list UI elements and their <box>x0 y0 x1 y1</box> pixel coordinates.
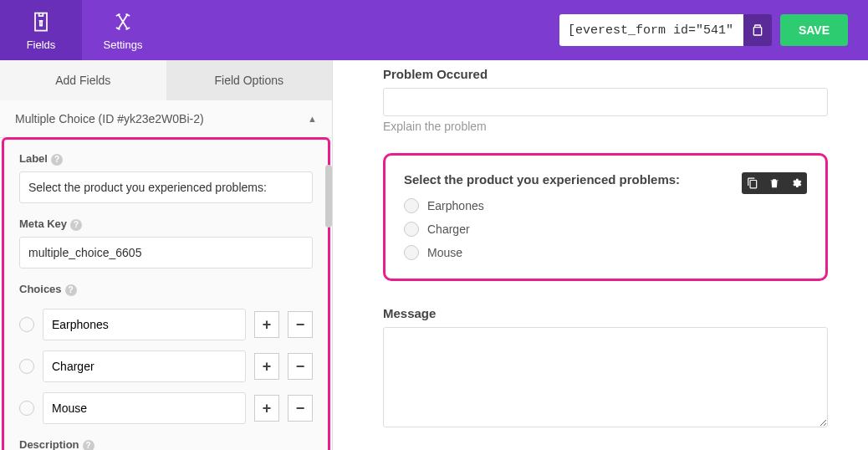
selected-field-block[interactable]: Select the product you experienced probl… <box>383 153 828 281</box>
choice-radio[interactable] <box>19 317 34 332</box>
choice-row: + − <box>19 392 313 424</box>
clipboard-icon <box>751 23 764 37</box>
remove-choice-button[interactable]: − <box>288 395 313 422</box>
problem-textarea <box>383 88 828 116</box>
label-label: Label <box>19 152 48 165</box>
selected-field-title: Select the product you experienced probl… <box>404 172 680 187</box>
add-choice-button[interactable]: + <box>254 311 279 338</box>
problem-field-block[interactable]: Problem Occured Explain the problem <box>383 67 828 133</box>
choice-radio[interactable] <box>19 401 34 416</box>
duplicate-icon <box>747 177 758 189</box>
duplicate-field-button[interactable] <box>742 172 763 194</box>
option-label: Mouse <box>427 246 462 259</box>
option-row: Charger <box>404 222 807 237</box>
choice-row: + − <box>19 309 313 340</box>
tab-field-options[interactable]: Field Options <box>166 60 333 100</box>
sidebar: Add Fields Field Options Multiple Choice… <box>0 60 333 450</box>
option-row: Earphones <box>404 198 807 213</box>
choice-input[interactable] <box>43 309 246 340</box>
label-input[interactable] <box>19 171 313 203</box>
shortcode-input[interactable] <box>559 14 743 46</box>
settings-nav-button[interactable]: Settings <box>82 0 164 60</box>
message-textarea <box>383 327 828 427</box>
help-icon[interactable]: ? <box>51 154 63 166</box>
metakey-label: Meta Key <box>19 217 67 230</box>
choice-input[interactable] <box>43 392 246 424</box>
option-radio[interactable] <box>404 222 419 237</box>
field-options-panel: Label? Meta Key? Choices? + − <box>2 137 330 450</box>
problem-title: Problem Occured <box>383 67 828 81</box>
remove-choice-button[interactable]: − <box>288 353 313 380</box>
add-choice-button[interactable]: + <box>254 395 279 422</box>
save-button[interactable]: SAVE <box>780 14 848 46</box>
remove-choice-button[interactable]: − <box>288 311 313 338</box>
description-label: Description <box>19 438 79 450</box>
help-icon[interactable]: ? <box>70 219 82 231</box>
trash-icon <box>768 177 780 189</box>
choices-label: Choices <box>19 283 62 295</box>
settings-field-button[interactable] <box>785 172 807 194</box>
message-field-block[interactable]: Message <box>383 306 828 430</box>
collapse-icon: ▲ <box>308 114 317 124</box>
option-label: Earphones <box>427 199 484 212</box>
help-icon[interactable]: ? <box>65 284 77 296</box>
fields-nav-label: Fields <box>27 38 56 51</box>
choice-input[interactable] <box>43 350 246 382</box>
settings-icon <box>111 10 135 33</box>
problem-placeholder: Explain the problem <box>383 120 828 133</box>
add-choice-button[interactable]: + <box>254 353 279 380</box>
scrollbar-thumb[interactable] <box>325 165 332 228</box>
choice-row: + − <box>19 350 313 382</box>
metakey-input[interactable] <box>19 237 313 268</box>
form-canvas: Problem Occured Explain the problem Sele… <box>333 60 868 450</box>
gear-icon <box>790 177 802 189</box>
message-title: Message <box>383 306 828 320</box>
settings-nav-label: Settings <box>104 38 143 51</box>
option-radio[interactable] <box>404 198 419 213</box>
option-label: Charger <box>427 222 470 236</box>
tab-add-fields[interactable]: Add Fields <box>0 60 166 100</box>
choice-radio[interactable] <box>19 359 34 374</box>
option-row: Mouse <box>404 245 807 260</box>
fields-nav-button[interactable]: Fields <box>0 0 82 60</box>
delete-field-button[interactable] <box>763 172 785 194</box>
accordion-title: Multiple Choice (ID #yk23e2W0Bi-2) <box>15 112 204 125</box>
fields-icon <box>29 10 53 33</box>
option-radio[interactable] <box>404 245 419 260</box>
help-icon[interactable]: ? <box>83 440 94 450</box>
accordion-header[interactable]: Multiple Choice (ID #yk23e2W0Bi-2) ▲ <box>0 100 332 138</box>
copy-shortcode-button[interactable] <box>743 14 772 46</box>
